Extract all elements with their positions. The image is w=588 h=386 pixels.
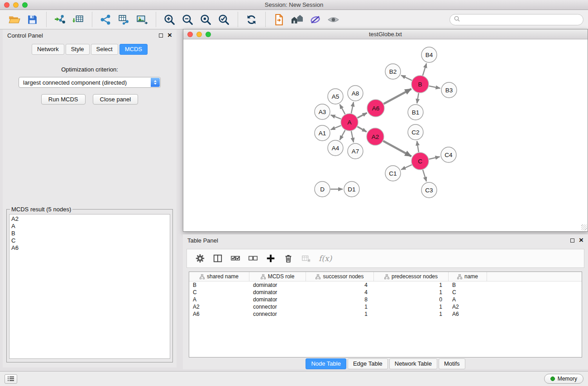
zoom-window-button[interactable]: [22, 2, 28, 8]
zoom-fit-icon[interactable]: [198, 11, 214, 28]
graph-node-D1[interactable]: D1: [344, 181, 359, 197]
table-row[interactable]: Bdominator41B: [189, 281, 582, 289]
tab-network[interactable]: Network: [32, 44, 64, 55]
graph-edge-A2-C[interactable]: [383, 141, 411, 157]
zoom-out-icon[interactable]: [180, 11, 196, 28]
criterion-select[interactable]: largest connected component (directed): [19, 77, 161, 88]
export-table-icon[interactable]: [116, 11, 132, 28]
task-history-button[interactable]: [5, 374, 17, 384]
column-header-shared-name[interactable]: shared name: [189, 272, 249, 281]
graph-node-A1[interactable]: A1: [315, 125, 330, 141]
tab-select[interactable]: Select: [91, 44, 118, 55]
table-row[interactable]: Adominator80A: [189, 296, 582, 303]
column-header-predecessor-nodes[interactable]: predecessor nodes: [374, 272, 449, 281]
graph-node-A5[interactable]: A5: [328, 89, 343, 104]
window-resize-grip[interactable]: [581, 224, 587, 230]
graph-edge-C-C1[interactable]: [401, 165, 412, 170]
graph-edge-C-C4[interactable]: [429, 157, 440, 159]
zoom-in-icon[interactable]: [162, 11, 178, 28]
eye-icon[interactable]: [325, 11, 342, 28]
refresh-icon[interactable]: [244, 11, 260, 28]
graph-edge-B-B3[interactable]: [429, 86, 440, 88]
delete-icon[interactable]: [282, 253, 294, 264]
open-file-icon[interactable]: [6, 11, 23, 28]
analyzer-icon[interactable]: [307, 11, 324, 28]
graph-edge-A6-B[interactable]: [384, 89, 411, 104]
export-image-icon[interactable]: [134, 11, 150, 28]
graph-node-C1[interactable]: C1: [385, 166, 401, 181]
graph-node-A6[interactable]: A6: [367, 100, 384, 117]
memory-button[interactable]: Memory: [544, 374, 583, 384]
search-input[interactable]: [462, 16, 579, 23]
graph-edge-A-A2[interactable]: [357, 127, 366, 132]
graph-node-B4[interactable]: B4: [421, 47, 437, 62]
run-mcds-button[interactable]: Run MCDS: [41, 94, 86, 105]
add-icon[interactable]: [265, 253, 277, 264]
search-box[interactable]: [449, 14, 583, 25]
mcds-result-list[interactable]: A2ABCA6: [9, 214, 170, 359]
graph-node-C4[interactable]: C4: [441, 147, 456, 162]
tab-mcds[interactable]: MCDS: [120, 44, 148, 55]
graph-node-A4[interactable]: A4: [328, 140, 343, 156]
function-builder-icon[interactable]: f(x): [318, 253, 333, 264]
tab-style[interactable]: Style: [66, 44, 90, 55]
graph-node-C[interactable]: C: [411, 152, 429, 170]
graph-edge-A-A1[interactable]: [331, 125, 341, 129]
import-network-icon[interactable]: [52, 11, 68, 28]
column-header-successor-nodes[interactable]: successor nodes: [306, 272, 374, 281]
graph-edge-A-A6[interactable]: [358, 113, 367, 118]
column-header-MCDS-role[interactable]: MCDS role: [249, 272, 306, 281]
graph-edge-C-C3[interactable]: [423, 170, 426, 181]
network-zoom-button[interactable]: [206, 32, 211, 37]
new-network-icon[interactable]: [98, 11, 114, 28]
network-close-button[interactable]: [187, 32, 193, 37]
tab-network-table[interactable]: Network Table: [389, 358, 437, 369]
close-panel-button[interactable]: Close panel: [93, 94, 139, 105]
home-icon[interactable]: [289, 11, 306, 28]
graph-edge-A-A3[interactable]: [331, 115, 341, 119]
close-window-button[interactable]: [4, 2, 10, 8]
graph-edge-A-A5[interactable]: [340, 105, 345, 114]
graph-edge-A-A4[interactable]: [340, 130, 345, 140]
graph-node-B2[interactable]: B2: [385, 64, 401, 79]
network-minimize-button[interactable]: [196, 32, 202, 37]
float-table-panel-icon[interactable]: [570, 238, 574, 243]
graph-edge-B-B2[interactable]: [401, 75, 412, 80]
table-row[interactable]: Cdominator41C: [189, 289, 582, 296]
graph-node-C2[interactable]: C2: [408, 124, 423, 140]
gear-icon[interactable]: [194, 253, 206, 264]
tab-motifs[interactable]: Motifs: [439, 358, 465, 369]
columns-icon[interactable]: [212, 253, 224, 264]
import-document-icon[interactable]: [271, 11, 287, 28]
graph-node-A[interactable]: A: [341, 114, 358, 131]
graph-node-A8[interactable]: A8: [348, 86, 363, 101]
close-table-panel-icon[interactable]: ×: [579, 238, 583, 243]
graph-node-A7[interactable]: A7: [348, 143, 363, 159]
graph-edge-B-B1[interactable]: [417, 93, 419, 104]
graph-edge-A-A8[interactable]: [351, 102, 354, 114]
graph-edge-B-B4[interactable]: [423, 63, 426, 76]
graph-node-A2[interactable]: A2: [367, 128, 384, 145]
graph-node-C3[interactable]: C3: [421, 182, 437, 198]
network-canvas[interactable]: B4B2BB3A5A8A6B1A3AC2A1A2A4A7C4CC1C3DD1: [183, 39, 588, 231]
save-session-icon[interactable]: [24, 11, 41, 28]
graph-node-B[interactable]: B: [411, 76, 429, 93]
deselect-all-icon[interactable]: [247, 253, 259, 264]
graph-node-A3[interactable]: A3: [315, 104, 330, 119]
graph-node-B1[interactable]: B1: [408, 105, 423, 120]
graph-edge-C-C2[interactable]: [417, 141, 419, 152]
graph-node-B3[interactable]: B3: [441, 82, 457, 98]
network-graph[interactable]: B4B2BB3A5A8A6B1A3AC2A1A2A4A7C4CC1C3DD1: [183, 39, 588, 231]
minimize-window-button[interactable]: [13, 2, 19, 8]
table-row[interactable]: A6connector11A6: [189, 310, 582, 318]
table-row[interactable]: A2connector11A2: [189, 303, 582, 310]
graph-edge-A-A7[interactable]: [351, 131, 354, 143]
zoom-selected-icon[interactable]: [216, 11, 232, 28]
select-all-icon[interactable]: [229, 253, 241, 264]
tab-node-table[interactable]: Node Table: [306, 358, 346, 369]
float-panel-icon[interactable]: [159, 33, 163, 38]
import-table-disabled-icon[interactable]: [300, 253, 312, 264]
tab-edge-table[interactable]: Edge Table: [348, 358, 388, 369]
column-header-name[interactable]: name: [449, 272, 487, 281]
import-table-icon[interactable]: [70, 11, 86, 28]
